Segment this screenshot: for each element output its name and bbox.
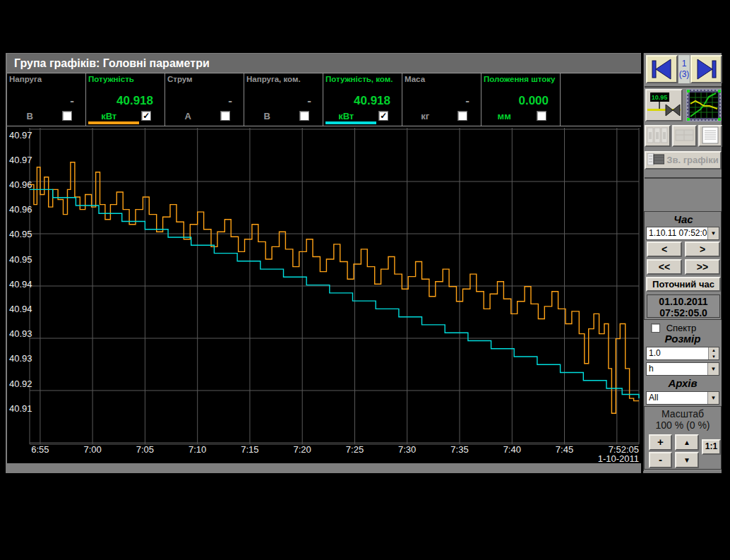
trend-view-button-selected[interactable] bbox=[686, 89, 722, 121]
one-to-one-button[interactable]: 1:1 bbox=[702, 439, 721, 455]
x-tick-label: 7:10 bbox=[189, 444, 206, 455]
param-label: Маса bbox=[402, 73, 481, 94]
param-unit: кВт bbox=[323, 111, 369, 121]
pan-up-button[interactable]: ▲ bbox=[675, 434, 699, 451]
spectrum-checkbox[interactable] bbox=[651, 323, 660, 333]
size-spinbox[interactable]: 1.0 ▲ ▼ bbox=[646, 347, 719, 360]
archive-combobox[interactable]: All ▼ bbox=[646, 391, 719, 405]
param-panel-potuzhnist-kom: Потужність, ком. 40.918 кВт ✓ bbox=[323, 73, 402, 126]
scale-value: 100 % (0 %) bbox=[645, 419, 721, 431]
table-view-button[interactable] bbox=[672, 125, 697, 147]
param-unit: В bbox=[7, 111, 52, 121]
param-checkbox[interactable] bbox=[220, 111, 230, 121]
x-axis-date-label: 1-10-2011 bbox=[598, 453, 639, 463]
linked-charts-button[interactable]: Зв. графіки bbox=[645, 151, 722, 169]
param-panel-napruga: Напруга - В bbox=[7, 73, 86, 126]
param-label: Струм bbox=[165, 73, 244, 94]
param-panel-potuzhnist: Потужність 40.918 кВт ✓ bbox=[86, 73, 165, 126]
param-checkbox[interactable]: ✓ bbox=[378, 111, 388, 121]
indicators-view-button[interactable] bbox=[645, 125, 671, 147]
param-unit: В bbox=[244, 111, 289, 121]
y-tick-label: 40.94 bbox=[9, 279, 32, 290]
size-unit-value: h bbox=[647, 363, 707, 375]
series-color-underline bbox=[325, 121, 376, 124]
trend-chart[interactable]: 6:557:007:057:107:157:207:257:307:357:40… bbox=[7, 126, 641, 463]
param-label: Напруга, ком. bbox=[244, 73, 323, 94]
x-tick-label: 7:15 bbox=[241, 444, 258, 455]
zoom-out-button[interactable]: - bbox=[649, 452, 672, 468]
up-arrow-icon: ▲ bbox=[683, 439, 690, 446]
x-tick-label: 7:30 bbox=[398, 444, 416, 455]
param-label: Положення штоку bbox=[481, 73, 560, 94]
next-page-icon bbox=[692, 56, 721, 82]
pan-down-button[interactable]: ▼ bbox=[675, 452, 699, 468]
y-tick-label: 40.93 bbox=[9, 353, 32, 364]
param-checkbox[interactable] bbox=[537, 111, 546, 121]
zoom-in-button[interactable]: + bbox=[649, 434, 672, 451]
linked-charts-icon bbox=[647, 153, 664, 165]
param-checkbox[interactable] bbox=[299, 111, 309, 121]
param-value: - bbox=[7, 94, 85, 109]
scale-heading: Масштаб bbox=[645, 408, 721, 419]
indicators-icon bbox=[646, 126, 669, 144]
page-counter: 1 (3) bbox=[678, 55, 690, 83]
y-tick-label: 40.97 bbox=[9, 130, 32, 141]
series-power bbox=[30, 162, 639, 414]
trend-chart-area[interactable]: 6:557:007:057:107:157:207:257:307:357:40… bbox=[7, 126, 641, 463]
spectrum-label: Спектр bbox=[666, 323, 697, 333]
param-panel-polozhennya-shtoku: Положення штоку 0.000 мм bbox=[481, 73, 561, 126]
x-tick-label: 7:20 bbox=[294, 444, 311, 455]
size-unit-combobox[interactable]: h ▼ bbox=[646, 362, 719, 376]
readout-date: 01.10.2011 bbox=[647, 296, 719, 307]
param-panel-napruga-kom: Напруга, ком. - В bbox=[244, 73, 323, 126]
document-view-button[interactable] bbox=[698, 125, 722, 147]
time-step-back-button[interactable]: < bbox=[647, 242, 682, 257]
x-tick-label: 7:40 bbox=[503, 444, 521, 455]
y-tick-label: 40.96 bbox=[9, 204, 32, 215]
page-number: 1 bbox=[678, 59, 690, 69]
param-label: Потужність bbox=[86, 73, 164, 94]
spinner-down-icon[interactable]: ▼ bbox=[709, 354, 719, 360]
chevron-down-icon[interactable]: ▼ bbox=[707, 392, 719, 404]
param-label: Потужність, ком. bbox=[323, 73, 402, 94]
param-checkbox[interactable] bbox=[457, 111, 467, 121]
mnemonic-view-button[interactable]: 10.95 bbox=[645, 89, 683, 121]
current-time-readout: 01.10.2011 07:52:05.0 bbox=[647, 294, 720, 318]
chevron-down-icon[interactable]: ▼ bbox=[707, 363, 719, 375]
time-section: Час 1.10.11 07:52:05 ▼ < > << >> Поточни… bbox=[644, 211, 722, 320]
chevron-down-icon[interactable]: ▼ bbox=[707, 227, 719, 239]
current-time-button[interactable]: Поточний час bbox=[646, 277, 721, 292]
page-title: Група графіків: Головні параметри bbox=[14, 57, 210, 69]
y-tick-label: 40.95 bbox=[9, 254, 32, 265]
time-jump-forward-button[interactable]: >> bbox=[685, 259, 720, 275]
parameter-row: Напруга - В Потужність 40.918 кВт ✓ Стру… bbox=[7, 73, 641, 126]
trend-chart-icon bbox=[687, 90, 721, 121]
y-tick-label: 40.96 bbox=[9, 179, 32, 190]
param-value: - bbox=[165, 94, 244, 109]
prev-group-button[interactable] bbox=[646, 55, 678, 83]
param-checkbox[interactable] bbox=[62, 111, 72, 121]
time-jump-back-button[interactable]: << bbox=[647, 259, 682, 275]
x-tick-label: 6:55 bbox=[31, 444, 49, 455]
x-tick-label: 7:35 bbox=[450, 444, 468, 455]
x-tick-label: 7:05 bbox=[136, 444, 154, 455]
meter-valve-icon: 10.95 bbox=[647, 90, 681, 120]
size-value: 1.0 bbox=[647, 347, 708, 359]
spectrum-row: Спектр bbox=[651, 322, 696, 333]
next-group-button[interactable] bbox=[690, 55, 722, 83]
sidebar: 1 (3) 10.95 bbox=[643, 53, 722, 471]
param-unit: А bbox=[165, 111, 210, 121]
time-combobox[interactable]: 1.10.11 07:52:05 ▼ bbox=[646, 227, 719, 240]
y-tick-label: 40.94 bbox=[9, 304, 32, 314]
size-heading: Розмір bbox=[644, 333, 722, 345]
divider bbox=[645, 177, 722, 179]
param-value: 0.000 bbox=[481, 94, 560, 109]
table-icon bbox=[674, 126, 695, 144]
time-step-forward-button[interactable]: > bbox=[685, 242, 720, 257]
spinner-up-icon[interactable]: ▲ bbox=[709, 347, 719, 354]
y-tick-label: 40.95 bbox=[9, 229, 32, 239]
archive-heading: Архів bbox=[644, 377, 722, 389]
param-checkbox[interactable]: ✓ bbox=[141, 111, 151, 121]
readout-time: 07:52:05.0 bbox=[647, 307, 719, 318]
y-tick-label: 40.97 bbox=[9, 155, 32, 165]
